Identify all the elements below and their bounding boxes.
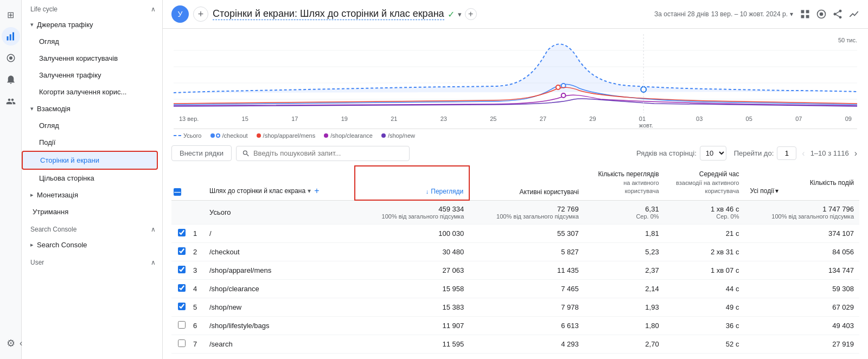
- avatar-button[interactable]: У: [171, 5, 189, 23]
- page-title: Сторінки й екрани: Шлях до сторінки й кл…: [213, 8, 650, 20]
- add-tab-button[interactable]: +: [193, 7, 208, 22]
- sidebar-item-retention[interactable]: Утримання: [22, 203, 158, 220]
- sidebar-item-landing-page[interactable]: Цільова сторінка: [22, 170, 158, 187]
- total-active-users-cell: 72 769 100% від загального підсумка: [469, 200, 584, 225]
- row7-num: 7: [188, 335, 204, 354]
- row6-avg-time: 36 с: [665, 317, 745, 335]
- row1-active-users: 55 307: [469, 225, 584, 243]
- col-views[interactable]: ↓ Перегляди: [355, 166, 470, 200]
- analytics-icon[interactable]: [2, 27, 20, 46]
- row5-checkbox[interactable]: [178, 303, 186, 310]
- legend-checkout-label: /checkout: [222, 132, 248, 139]
- events-label: Події: [39, 138, 55, 146]
- sidebar-item-monetization[interactable]: ▸ Монетизація: [22, 187, 162, 203]
- search-console-section-header[interactable]: Search Console ∧: [22, 220, 162, 236]
- rows-per-page-select[interactable]: 10 25 50: [700, 146, 726, 161]
- search-icon: [242, 149, 250, 158]
- select-all-checkbox[interactable]: —: [174, 188, 181, 196]
- date-range-selector[interactable]: За останні 28 днів 13 вер. – 10 жовт. 20…: [654, 10, 793, 18]
- row6-checkbox-cell[interactable]: [171, 317, 188, 335]
- next-page-button[interactable]: ›: [852, 148, 859, 159]
- lifecycle-label: Life cycle: [30, 5, 58, 13]
- legend-new-label: /shop/new: [388, 132, 415, 139]
- col-avg-time[interactable]: Середній часвзаємодії на активногокорист…: [665, 166, 745, 200]
- sidebar-item-events[interactable]: Події: [22, 134, 158, 151]
- row6-active-users: 6 613: [469, 317, 584, 335]
- prev-page-button[interactable]: ‹: [800, 148, 807, 159]
- monetization-arrow: ▸: [30, 191, 34, 198]
- sidebar-item-search-console[interactable]: ▸ Search Console: [22, 236, 162, 253]
- add-rows-button[interactable]: Внести рядки: [171, 145, 232, 161]
- chart-svg: [174, 34, 857, 113]
- data-table: — Шлях до сторінки й клас екрана ▾ + ↓: [171, 165, 859, 354]
- sidebar-item-pages-screens[interactable]: Сторінки й екрани: [22, 151, 158, 170]
- row4-checkbox[interactable]: [178, 284, 186, 292]
- legend-clearance-dot: [324, 133, 328, 138]
- user-section-header[interactable]: User ∧: [22, 253, 162, 270]
- row6-checkbox[interactable]: [178, 321, 186, 329]
- col-add-button[interactable]: +: [313, 186, 320, 196]
- legend-apparel[interactable]: /shop/apparel/mens: [257, 132, 316, 139]
- table-row: 2 /checkout 30 480 5 827 5,23 2 хв 31 с …: [171, 243, 859, 261]
- title-dropdown-icon[interactable]: ▾: [458, 10, 462, 18]
- search-console-icon[interactable]: [2, 49, 20, 67]
- search-console-collapse-icon: ∧: [151, 226, 156, 233]
- sidebar-item-traffic-sources[interactable]: ▾ Джерела трафіку: [22, 16, 162, 33]
- row2-checkbox[interactable]: [178, 247, 186, 255]
- col-path-label: Шлях до сторінки й клас екрана: [209, 187, 305, 195]
- row5-checkbox-cell[interactable]: [171, 298, 188, 317]
- home-icon[interactable]: ⊞: [2, 5, 20, 24]
- row5-views: 15 383: [355, 298, 470, 317]
- events-dropdown-icon: ▾: [775, 187, 778, 196]
- svg-point-17: [561, 93, 566, 98]
- total-row: Усього 459 334 100% від загального підсу…: [171, 200, 859, 225]
- legend-clearance[interactable]: /shop/clearance: [324, 132, 373, 139]
- sidebar: Life cycle ∧ ▾ Джерела трафіку Огляд Зал…: [22, 0, 163, 359]
- view-toggle-button[interactable]: [800, 9, 810, 20]
- row4-checkbox-cell[interactable]: [171, 280, 188, 298]
- row7-checkbox[interactable]: [178, 339, 186, 347]
- x-label-2: 15: [242, 116, 248, 129]
- row1-checkbox[interactable]: [178, 229, 186, 236]
- notification-icon[interactable]: [2, 70, 20, 89]
- row1-events: 374 107: [744, 225, 859, 243]
- compare-button[interactable]: [816, 9, 827, 20]
- col-path-dropdown[interactable]: ▾: [308, 187, 311, 195]
- legend-total[interactable]: Усього: [174, 132, 202, 139]
- col-events[interactable]: Кількість подій Усі події ▾: [744, 166, 859, 200]
- date-range-value: 13 вер. – 10 жовт. 2024 р.: [711, 10, 788, 18]
- engagement-label: Взаємодія: [37, 105, 71, 113]
- total-active-users-sub: 100% від загального підсумка: [475, 213, 579, 220]
- svg-point-4: [9, 56, 12, 60]
- events-dropdown[interactable]: Усі події ▾: [750, 187, 854, 196]
- row3-active-users: 11 435: [469, 261, 584, 280]
- sidebar-item-cohorts[interactable]: Когорти залучення корис...: [22, 84, 158, 100]
- sidebar-collapse-icon[interactable]: ‹: [22, 338, 22, 348]
- row1-checkbox-cell[interactable]: [171, 225, 188, 243]
- add-view-button[interactable]: +: [465, 8, 477, 20]
- main-content: У + Сторінки й екрани: Шлях до сторінки …: [163, 0, 868, 359]
- row2-checkbox-cell[interactable]: [171, 243, 188, 261]
- col-active-users[interactable]: Активні користувачі: [469, 166, 584, 200]
- total-checkbox-cell: [171, 200, 188, 225]
- people-icon[interactable]: [2, 92, 20, 111]
- row3-checkbox[interactable]: [178, 266, 186, 273]
- search-input[interactable]: [253, 149, 404, 157]
- page-input[interactable]: [777, 146, 796, 160]
- col-views-per-user[interactable]: Кількість переглядівна активного користу…: [584, 166, 665, 200]
- sidebar-item-user-acquisition[interactable]: Залучення користувачів: [22, 50, 158, 67]
- search-console-arrow: ▸: [30, 241, 34, 248]
- legend-checkout[interactable]: /checkout: [210, 132, 248, 139]
- legend-new[interactable]: /shop/new: [381, 132, 415, 139]
- chart-type-button[interactable]: [848, 9, 859, 20]
- row7-checkbox-cell[interactable]: [171, 335, 188, 354]
- svg-rect-7: [801, 15, 805, 18]
- lifecycle-section-header[interactable]: Life cycle ∧: [22, 0, 162, 16]
- sidebar-item-overview1[interactable]: Огляд: [22, 33, 158, 50]
- sidebar-item-overview2[interactable]: Огляд: [22, 117, 158, 134]
- sidebar-item-traffic-acquisition[interactable]: Залучення трафіку: [22, 67, 158, 84]
- sidebar-item-engagement[interactable]: ▾ Взаємодія: [22, 100, 162, 117]
- x-label-12: 05: [746, 116, 752, 129]
- share-button[interactable]: [832, 9, 843, 20]
- row3-checkbox-cell[interactable]: [171, 261, 188, 280]
